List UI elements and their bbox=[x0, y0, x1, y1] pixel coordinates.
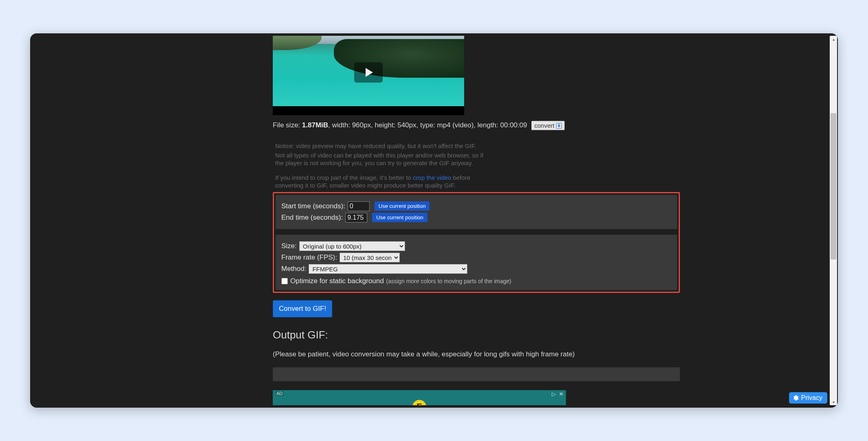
file-length-label: , length: bbox=[473, 121, 500, 129]
scroll-down-icon[interactable]: ▾ bbox=[830, 399, 837, 405]
start-time-input[interactable] bbox=[348, 201, 370, 211]
start-time-label: Start time (seconds): bbox=[281, 202, 345, 210]
optimize-hint: (assign more colors to moving parts of t… bbox=[386, 278, 511, 284]
notice-line-3-pre: If you intend to crop part of the image,… bbox=[275, 174, 413, 181]
scrollbar-thumb[interactable] bbox=[831, 113, 836, 260]
content-column: File size: 1.87MiB, width: 960px, height… bbox=[273, 36, 680, 405]
convert-to-gif-button[interactable]: Convert to GIF! bbox=[273, 300, 332, 317]
end-time-input[interactable] bbox=[345, 213, 367, 223]
method-label: Method: bbox=[281, 265, 306, 273]
output-heading: Output GIF: bbox=[273, 329, 680, 341]
fps-row: Frame rate (FPS): 10 (max 30 seconds) bbox=[281, 253, 671, 262]
output-placeholder-bar bbox=[273, 367, 680, 381]
gear-icon bbox=[792, 395, 799, 401]
notice-line-2: Not all types of video can be played wit… bbox=[275, 152, 491, 167]
use-current-start-button[interactable]: Use current position bbox=[375, 201, 430, 211]
ad-logo-circle: E bbox=[412, 400, 426, 405]
video-letterbox bbox=[273, 106, 464, 115]
time-panel: Start time (seconds): Use current positi… bbox=[276, 195, 677, 229]
file-height-value: 540px bbox=[397, 121, 416, 129]
size-select[interactable]: Original (up to 600px) bbox=[299, 241, 405, 251]
file-width-value: 960px bbox=[352, 121, 371, 129]
end-time-label: End time (seconds): bbox=[281, 214, 343, 222]
notice-line-3: If you intend to crop part of the image,… bbox=[275, 174, 491, 190]
highlighted-settings: Start time (seconds): Use current positi… bbox=[273, 192, 680, 293]
browser-frame: File size: 1.87MiB, width: 960px, height… bbox=[30, 33, 838, 408]
options-panel: Size: Original (up to 600px) Frame rate … bbox=[276, 235, 677, 290]
file-info-line: File size: 1.87MiB, width: 960px, height… bbox=[273, 121, 680, 130]
file-type-value: mp4 (video) bbox=[437, 121, 474, 129]
fps-select[interactable]: 10 (max 30 seconds) bbox=[340, 253, 400, 262]
privacy-button[interactable]: Privacy bbox=[789, 392, 827, 404]
end-time-row: End time (seconds): Use current position bbox=[281, 213, 671, 223]
optimize-row: Optimize for static background (assign m… bbox=[281, 277, 671, 285]
optimize-checkbox[interactable] bbox=[281, 278, 288, 284]
file-size-label: File size: bbox=[273, 121, 302, 129]
file-type-label: , type: bbox=[416, 121, 437, 129]
method-row: Method: FFMPEG bbox=[281, 264, 671, 274]
size-row: Size: Original (up to 600px) bbox=[281, 241, 671, 251]
page-viewport: File size: 1.87MiB, width: 960px, height… bbox=[33, 36, 829, 405]
file-size-value: 1.87MiB bbox=[302, 121, 328, 129]
method-select[interactable]: FFMPEG bbox=[309, 264, 467, 274]
download-icon bbox=[556, 123, 562, 129]
use-current-end-button[interactable]: Use current position bbox=[372, 213, 427, 222]
scrollbar[interactable]: ▴ ▾ bbox=[830, 36, 837, 405]
file-height-label: , height: bbox=[371, 121, 397, 129]
video-preview[interactable] bbox=[273, 36, 464, 115]
notice-line-1: Notice: video preview may have reduced q… bbox=[275, 142, 491, 150]
output-patience-text: (Please be patient, video conversion may… bbox=[273, 350, 680, 358]
fps-label: Frame rate (FPS): bbox=[281, 253, 337, 262]
convert-small-label: convert bbox=[534, 122, 554, 129]
play-icon bbox=[366, 68, 373, 77]
notice-block: Notice: video preview may have reduced q… bbox=[275, 142, 491, 190]
ad-logo-letter: E bbox=[416, 402, 422, 405]
size-label: Size: bbox=[281, 242, 297, 250]
ad-label: AD bbox=[275, 391, 284, 396]
ad-banner[interactable]: AD ▷ ✕ E bbox=[273, 390, 566, 405]
play-button[interactable] bbox=[354, 62, 383, 83]
scroll-up-icon[interactable]: ▴ bbox=[830, 36, 837, 42]
file-width-label: , width: bbox=[328, 121, 352, 129]
crop-video-link[interactable]: crop the video bbox=[413, 174, 451, 181]
ad-controls-icon[interactable]: ▷ ✕ bbox=[552, 391, 564, 397]
convert-small-button[interactable]: convert bbox=[531, 121, 564, 130]
optimize-label: Optimize for static background bbox=[290, 277, 384, 285]
start-time-row: Start time (seconds): Use current positi… bbox=[281, 201, 671, 211]
privacy-label: Privacy bbox=[801, 394, 822, 402]
file-length-value: 00:00:09 bbox=[500, 121, 527, 129]
